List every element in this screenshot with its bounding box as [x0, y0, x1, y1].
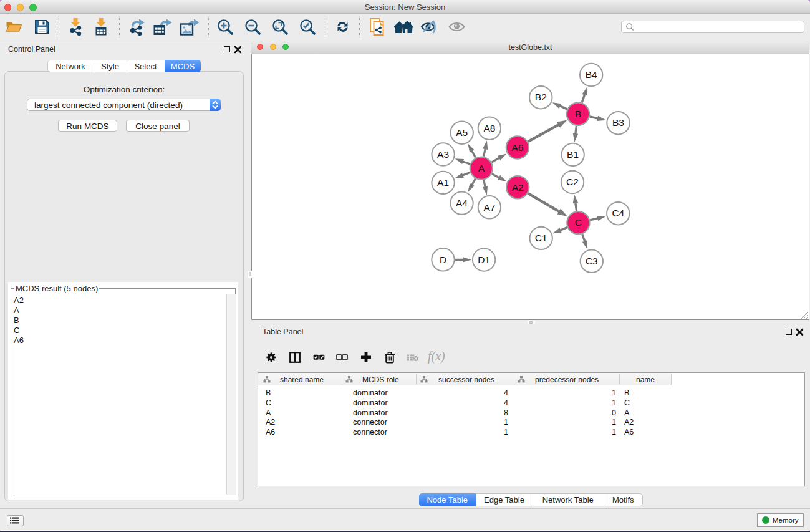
svg-text:C2: C2 — [566, 177, 579, 187]
svg-text:D1: D1 — [478, 254, 490, 265]
svg-text:C3: C3 — [586, 256, 598, 266]
svg-text:B: B — [575, 109, 581, 119]
svg-text:B2: B2 — [535, 92, 547, 102]
svg-text:A1: A1 — [437, 177, 449, 188]
svg-text:A: A — [478, 163, 485, 173]
svg-text:A2: A2 — [512, 182, 524, 193]
svg-text:A6: A6 — [511, 142, 523, 153]
svg-text:A5: A5 — [456, 127, 468, 138]
svg-text:A4: A4 — [456, 198, 468, 208]
svg-text:B4: B4 — [586, 69, 597, 80]
svg-text:C4: C4 — [612, 208, 624, 218]
svg-text:B3: B3 — [612, 117, 624, 128]
svg-text:C1: C1 — [535, 233, 547, 243]
svg-text:B1: B1 — [567, 149, 579, 160]
svg-text:A8: A8 — [483, 123, 495, 133]
svg-text:C: C — [575, 217, 582, 228]
svg-text:A7: A7 — [483, 202, 495, 213]
svg-text:D: D — [440, 254, 446, 265]
svg-text:A3: A3 — [437, 149, 449, 160]
